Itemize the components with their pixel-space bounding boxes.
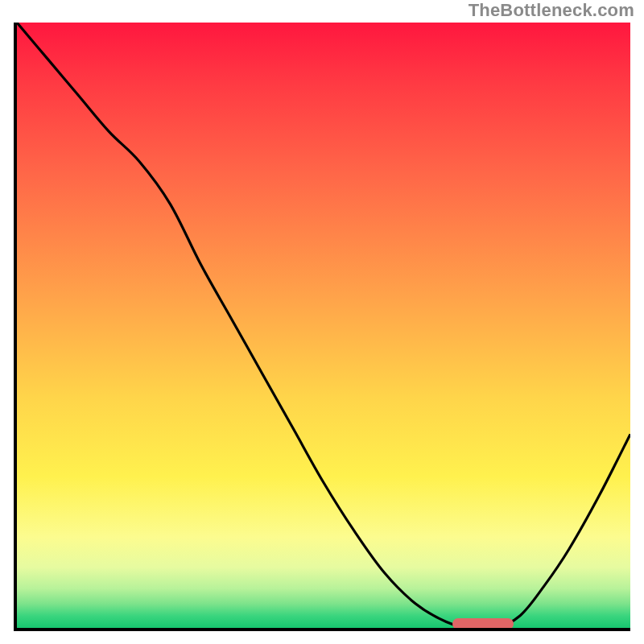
watermark-text: TheBottleneck.com (469, 0, 634, 21)
bottleneck-curve (17, 23, 630, 628)
curve-path (17, 23, 630, 628)
chart-container: TheBottleneck.com (0, 0, 644, 644)
optimum-marker (452, 618, 514, 630)
plot-area (14, 23, 630, 631)
